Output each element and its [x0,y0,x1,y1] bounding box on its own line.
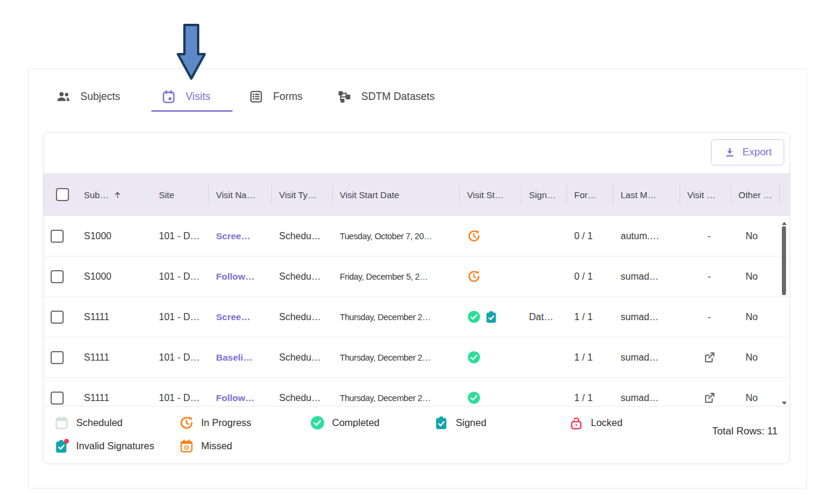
legend-item-in-progress: In Progress [179,415,310,430]
table-row: S1000101 - D…Follow…Schedu…Friday, Decem… [43,256,790,297]
site-cell: 101 - D… [152,378,209,406]
visit-type-cell: Schedu… [272,378,333,406]
tab-subjects[interactable]: Subjects [56,84,120,108]
visits-table-panel: Export Sub… Site Visit Na… Visit Ty… Vis… [43,132,790,464]
header-site[interactable]: Site [152,173,209,216]
signature-cell [522,378,567,406]
forms-count-cell: 1 / 1 [567,378,613,406]
visit-start-date-cell: Thursday, December 2… [333,297,460,337]
site-cell: 101 - D… [152,256,209,296]
signature-cell [522,337,567,377]
visit-link-cell [680,378,731,406]
header-visit-name[interactable]: Visit Na… [209,173,272,216]
visit-link-cell [680,337,731,377]
other-cell: No [731,297,779,337]
header-visit-misc[interactable]: Visit … [680,173,731,216]
forms-count-cell: 0 / 1 [567,256,613,296]
calendar-icon [161,89,176,104]
header-visit-start-date[interactable]: Visit Start Date [333,173,460,216]
header-forms[interactable]: For… [567,173,613,216]
visit-name-link[interactable]: Scree… [216,312,251,323]
other-cell: No [731,378,779,406]
select-all-checkbox[interactable] [56,188,69,201]
header-last-modified[interactable]: Last M… [613,173,680,216]
tab-label: SDTM Datasets [361,90,435,103]
visit-status-cell [460,216,522,256]
header-other[interactable]: Other … [731,173,779,216]
last-modified-cell: sumad… [613,297,680,337]
table-row: S1111101 - D…Baseli…Schedu…Thursday, Dec… [43,337,790,378]
visit-type-cell: Schedu… [272,256,333,296]
tab-sdtm-datasets[interactable]: SDTM Datasets [337,84,435,108]
visit-name-link[interactable]: Baseli… [216,352,252,363]
tab-label: Visits [186,90,211,103]
scroll-down-icon[interactable] [781,397,787,403]
header-signature[interactable]: Sign… [522,173,567,216]
in-progress-icon [179,415,194,430]
row-checkbox[interactable] [51,230,64,243]
visits-page-card: Subjects Visits Forms SDTM Datasets Expo… [28,68,807,489]
subject-cell: S1000 [77,256,152,296]
header-subject[interactable]: Sub… [77,173,152,216]
export-button[interactable]: Export [711,139,784,165]
export-label: Export [743,146,772,158]
other-value: No [746,231,757,242]
subject-cell: S1111 [77,378,152,406]
vertical-scrollbar[interactable] [780,217,788,405]
last-modified-cell: autum.… [613,216,680,256]
select-cell [43,297,77,337]
scrollbar-thumb[interactable] [782,226,786,295]
select-cell [43,378,77,406]
table-row: S1111101 - D…Scree…Schedu…Thursday, Dece… [43,297,790,337]
external-link-icon[interactable] [703,391,716,405]
forms-count-cell: 1 / 1 [567,337,613,377]
in-progress-icon [467,229,481,243]
empty-dash: - [707,312,710,323]
tab-label: Forms [273,90,303,103]
forms-count-cell: 1 / 1 [567,297,613,337]
completed-icon [467,310,481,324]
signed-icon [434,415,449,430]
empty-dash: - [707,271,710,282]
empty-dash: - [707,231,710,242]
sort-up-icon[interactable] [113,190,122,199]
visit-name-link[interactable]: Follow… [216,393,255,403]
external-link-icon[interactable] [703,350,716,364]
select-cell [43,256,77,296]
visit-name-link[interactable]: Scree… [216,231,251,242]
row-checkbox[interactable] [51,392,64,405]
active-tab-underline [151,110,233,112]
last-modified-cell: sumad… [613,256,680,296]
completed-icon [467,391,481,405]
signature-cell [522,256,567,296]
visit-name-cell: Follow… [209,256,272,296]
select-cell [43,337,77,377]
visit-type-cell: Schedu… [272,297,333,337]
row-checkbox[interactable] [51,351,64,364]
other-value: No [746,271,757,282]
visit-link-cell: - [680,297,731,337]
down-arrow-icon [177,24,206,80]
hierarchy-icon [337,89,352,104]
table-row: S1111101 - D…Follow…Schedu…Thursday, Dec… [43,378,790,406]
header-visit-type[interactable]: Visit Ty… [272,173,333,216]
subject-cell: S1111 [77,337,152,377]
other-value: No [746,312,757,323]
row-checkbox[interactable] [51,311,64,324]
locked-icon [569,415,584,430]
header-visit-status[interactable]: Visit St… [460,173,522,216]
legend-item-missed: Missed [179,439,310,453]
visit-name-link[interactable]: Follow… [216,271,255,282]
visit-name-cell: Scree… [209,297,272,337]
table-header-row: Sub… Site Visit Na… Visit Ty… Visit Star… [43,173,790,216]
tab-visits[interactable]: Visits [161,84,211,108]
visit-status-cell [460,378,522,406]
visit-start-date-cell: Tuesday, October 7, 20… [333,216,460,256]
forms-count-cell: 0 / 1 [567,216,613,256]
scroll-up-icon[interactable] [781,218,787,224]
tab-forms[interactable]: Forms [249,84,303,108]
visit-type-cell: Schedu… [272,337,333,377]
table-body-viewport: S1000101 - D…Scree…Schedu…Tuesday, Octob… [43,216,790,406]
row-checkbox[interactable] [51,270,64,283]
visit-status-cell [460,256,522,296]
